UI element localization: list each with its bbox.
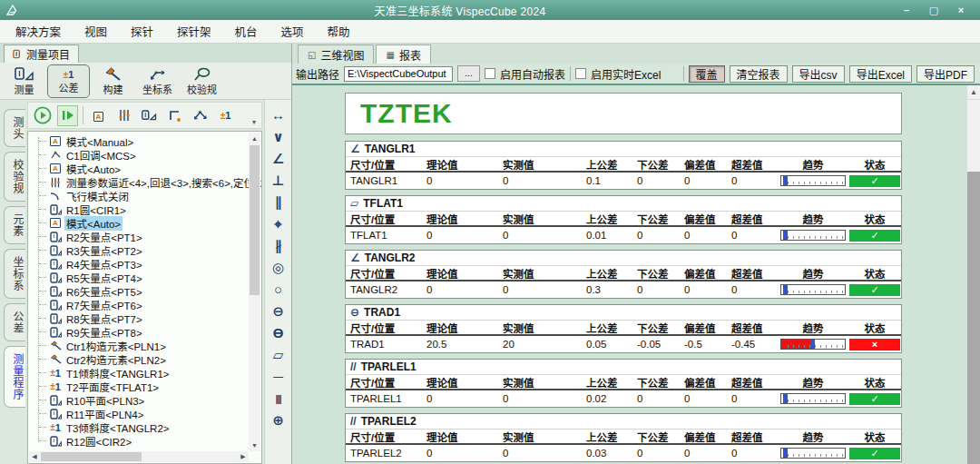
output-path-input[interactable] [344, 66, 453, 82]
close-button[interactable]: × [955, 5, 967, 16]
tree-item[interactable]: 测量参数逼近<4>,回退<3>,搜索<6>,定位<2: [39, 175, 247, 189]
concentricity-icon[interactable]: ◎ [268, 257, 289, 278]
menu-item-机台[interactable]: 机台 [223, 23, 270, 40]
cell-value: 0 [727, 175, 778, 186]
tree-item[interactable]: R10平面<PLN3> [39, 393, 247, 407]
button-清空报表[interactable]: 清空报表 [730, 65, 788, 83]
tree-vscroll-thumb[interactable] [250, 145, 260, 295]
cell-value: 0.01 [582, 230, 632, 241]
ribbon-button-坐标系[interactable]: 坐标系 [136, 64, 179, 98]
side-tab-元素[interactable]: 元素 [4, 206, 25, 244]
tree-vertical-scrollbar[interactable]: ▲ ▼ [249, 133, 260, 451]
profile-surface-icon[interactable]: ∨ [268, 126, 289, 147]
button-导出csv[interactable]: 导出csv [792, 65, 845, 83]
tree-item[interactable]: A模式<Auto> [39, 216, 247, 230]
perpendicularity-icon[interactable]: ⊥ [268, 170, 289, 191]
side-tab-测量程序[interactable]: 测量程序 [4, 346, 25, 408]
tree-item[interactable]: ±1T3倾斜度<TANGLR2> [39, 420, 247, 434]
maximize-button[interactable]: ▢ [927, 5, 940, 16]
report-scrollbar[interactable]: ▲ [967, 85, 980, 464]
circularity-icon[interactable]: ○ [268, 279, 289, 300]
symmetry-icon[interactable]: ||| [268, 388, 289, 409]
run-toolbar: A±1▾ [27, 102, 262, 129]
tree-item[interactable]: R9矢量点<PT8> [39, 325, 247, 339]
toolbar-button-amode-icon[interactable]: A [88, 105, 109, 126]
tree-item[interactable]: R7矢量点<PT6> [39, 298, 247, 311]
checkbox-启用自动报表[interactable] [485, 68, 495, 79]
tree-item[interactable]: R11平面<PLN4> [39, 407, 247, 420]
side-tab-测头[interactable]: 测头 [4, 109, 25, 147]
position-icon[interactable]: ⌖ [268, 213, 289, 234]
cell-value: TPARLEL2 [346, 448, 422, 459]
toolbar-button-measure-icon[interactable] [139, 105, 160, 126]
ribbon-button-校验规[interactable]: 校验规 [181, 64, 223, 98]
menu-item-解决方案[interactable]: 解决方案 [4, 23, 73, 40]
report-scroll-thumb[interactable] [967, 99, 980, 172]
scroll-up-icon[interactable]: ▲ [249, 133, 260, 144]
tree-item[interactable]: C1回调<MCS> [39, 148, 247, 162]
report-scroll-up-icon[interactable]: ▲ [967, 85, 980, 99]
tree-item[interactable]: A模式<Auto> [39, 162, 247, 175]
angularity-icon[interactable]: ∠ [268, 148, 289, 169]
scroll-left-icon[interactable]: ◀ [29, 451, 40, 462]
ribbon-button-公差[interactable]: ±1公差 [47, 64, 90, 98]
tab-三维视图[interactable]: ◱三维视图 [298, 44, 374, 64]
tree-item[interactable]: Ctr1构造元素<PLN1> [39, 339, 247, 352]
cell-value: 0 [498, 175, 582, 186]
tree-item[interactable]: R1圆<CIR1> [39, 202, 247, 216]
tree-item[interactable]: R6矢量点<PT5> [39, 284, 247, 298]
side-tab-校验规[interactable]: 校验规 [4, 152, 25, 202]
toolbar-button-params-icon[interactable] [113, 105, 134, 126]
scroll-down-icon[interactable]: ▼ [249, 439, 260, 451]
true-position-icon[interactable]: ⊕ [268, 410, 289, 430]
tree-item[interactable]: Ctr2构造元素<PLN2> [39, 352, 247, 366]
flatness-icon[interactable]: ▱ [268, 344, 289, 365]
mode-icon: A [49, 135, 62, 147]
scroll-right-icon[interactable]: ▶ [238, 451, 249, 462]
tree-item[interactable]: ±1T1倾斜度<TANGLR1> [39, 366, 247, 380]
profile-line-icon[interactable]: ∦ [268, 235, 289, 256]
ribbon-button-测量[interactable]: 测量 [3, 64, 45, 98]
ribbon-button-构建[interactable]: 构建 [92, 64, 134, 98]
tree-item[interactable]: A模式<Manual> [39, 134, 247, 148]
side-tab-公差[interactable]: 公差 [4, 303, 25, 341]
button-导出Excel[interactable]: 导出Excel [849, 65, 912, 83]
tree-item[interactable]: R4矢量点<PT3> [39, 257, 247, 271]
toolbar-button-path-icon[interactable] [190, 105, 211, 126]
minimize-button[interactable]: – [900, 5, 913, 16]
tree-item[interactable]: R8矢量点<PT7> [39, 311, 247, 325]
toolbar-button-run-icon[interactable] [32, 105, 53, 126]
tree-item[interactable]: 飞行模式关闭 [39, 189, 247, 202]
side-tab-坐标系[interactable]: 坐标系 [4, 249, 25, 299]
tree-horizontal-scrollbar[interactable]: ◀ ▶ [29, 451, 249, 462]
button-覆盖[interactable]: 覆盖 [689, 65, 725, 83]
menu-item-帮助[interactable]: 帮助 [316, 23, 362, 40]
button-导出PDF[interactable]: 导出PDF [916, 65, 975, 83]
menu-item-探针[interactable]: 探针 [119, 23, 165, 40]
tab-measure-project[interactable]: 测量项目 [4, 44, 79, 63]
column-header: 下公差 [632, 321, 680, 335]
tab-报表[interactable]: ▦报表 [376, 44, 430, 64]
checkbox-启用实时Excel[interactable] [575, 68, 586, 79]
tree-hscroll-thumb[interactable] [41, 452, 142, 461]
toolbar-overflow-icon[interactable]: ▾ [252, 118, 258, 128]
report-table-TPARLEL2: //TPARLEL2尺寸/位置理论值实测值上公差下公差偏差值超差值趋势状态TPA… [345, 413, 902, 462]
menu-item-探针架[interactable]: 探针架 [165, 23, 223, 40]
toolbar-button-step-icon[interactable] [57, 105, 78, 126]
tree-item[interactable]: R5矢量点<PT4> [39, 271, 247, 284]
browse-button[interactable]: ... [457, 65, 480, 82]
distance-icon[interactable]: ↔ [268, 104, 289, 125]
tree-item[interactable]: R12圆<CIR2> [39, 434, 247, 448]
menu-item-视图[interactable]: 视图 [73, 23, 119, 40]
toolbar-button-corner-icon[interactable] [164, 105, 185, 126]
ribbon-toolbar: 测量±1公差构建坐标系校验规 [0, 63, 291, 100]
tree-item[interactable]: R3矢量点<PT2> [39, 243, 247, 257]
tree-item[interactable]: ±1T2平面度<TFLAT1> [39, 380, 247, 393]
toolbar-button-tol-mini-icon[interactable]: ±1 [215, 105, 236, 126]
straightness-icon[interactable]: ─ [268, 366, 289, 387]
menu-item-选项[interactable]: 选项 [270, 23, 316, 40]
cylindricity-icon[interactable]: ⊖ [268, 301, 289, 321]
runout-icon[interactable]: Ɵ [268, 322, 289, 343]
tree-item[interactable]: R2矢量点<PT1> [39, 230, 247, 243]
parallelism-icon[interactable]: ∥ [268, 192, 289, 212]
